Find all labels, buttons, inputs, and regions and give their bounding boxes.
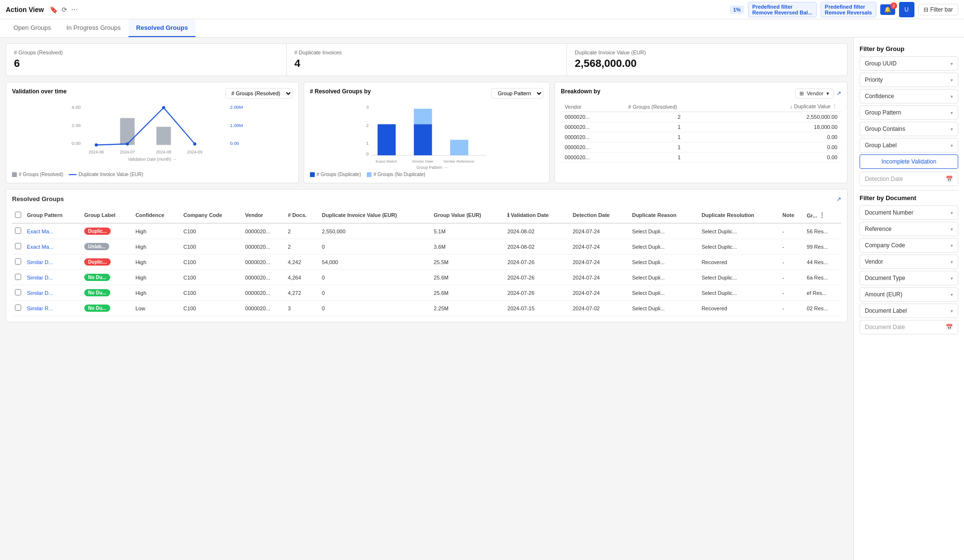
row-group-pattern[interactable]: Similar D... [24,270,81,285]
col-duplicate-reason[interactable]: Duplicate Reason [629,207,698,223]
document-date-calendar-icon: 📅 [946,324,953,331]
row-num-docs: 4,272 [285,285,319,301]
table-external-link-icon[interactable]: ↗ [836,196,841,203]
svg-text:2024-06: 2024-06 [89,150,104,154]
sidebar-doc-filter-reference[interactable]: Reference▾ [860,222,958,236]
col-group-pattern[interactable]: Group Pattern [24,207,81,223]
svg-point-11 [126,142,129,145]
row-checkbox[interactable] [12,255,24,270]
col-more-icon[interactable]: ⋮ [819,211,825,219]
row-group-pattern[interactable]: Similar R... [24,301,81,316]
row-group-uuid: 02 Res... [804,301,841,316]
row-group-label: No Du... [81,301,132,316]
legend-groups-duplicate: # Groups (Duplicate) [310,172,361,177]
predefined-filter-1[interactable]: Predefined filter Remove Reversed Bal... [748,2,817,17]
row-group-pattern[interactable]: Similar D... [24,255,81,270]
col-validation-date[interactable]: ℹ Validation Date [504,207,570,223]
legend-duplicate-value-label: Duplicate Invoice Value (EUR) [78,172,143,177]
sidebar-filter-groupContains[interactable]: Group Contains▾ [860,122,958,136]
breakdown-table-row: 0000020... 2 2,550,000.00 [561,112,841,122]
sort-icon[interactable]: ↓ [790,103,793,109]
sidebar-doc-filter-vendor[interactable]: Vendor▾ [860,255,958,269]
row-checkbox[interactable] [12,285,24,301]
row-group-label: Duplic... [81,223,132,239]
doc-filter-label-reference: Reference [865,226,891,232]
chevron-groupLabel: ▾ [951,143,953,148]
col-duplicate-invoice-value[interactable]: Duplicate Invoice Value (EUR) [319,207,431,223]
breakdown-value: 0.00 [734,132,841,142]
document-date-filter[interactable]: Document Date 📅 [860,320,958,334]
more-options-icon[interactable]: ⋮ [832,103,837,109]
col-note[interactable]: Note [780,207,804,223]
sidebar-doc-filter-documentType[interactable]: Document Type▾ [860,271,958,285]
predefined-filter-2[interactable]: Predefined filter Remove Reversals [821,2,876,17]
col-group-uuid[interactable]: Gr... ⋮ [804,207,841,223]
svg-text:2024-07: 2024-07 [120,150,135,154]
row-group-value: 25.6M [431,270,504,285]
breakdown-value: 0.00 [734,142,841,153]
validation-chart-legend: # Groups (Resolved) Duplicate Invoice Va… [12,172,293,177]
breakdown-vendor-dropdown[interactable]: ⊞ Vendor ▾ [795,89,834,99]
svg-text:0: 0 [366,151,369,156]
row-duplicate-reason: Select Dupli... [629,239,698,255]
detection-date-filter[interactable]: Detection Date 📅 [860,172,958,186]
chevron-down-icon: ▾ [826,90,829,97]
tab-inprogress-groups[interactable]: In Progress Groups [59,19,129,37]
row-checkbox[interactable] [12,301,24,316]
row-group-pattern[interactable]: Exact Ma... [24,223,81,239]
sidebar-filter-confidence[interactable]: Confidence▾ [860,89,958,103]
validation-chart-dropdown[interactable]: # Groups (Resolved) [225,88,293,99]
breakdown-vendor: 0000020... [561,153,624,163]
breakdown-table-row: 0000020... 1 0.00 [561,153,841,163]
tab-open-groups[interactable]: Open Groups [6,19,59,37]
sidebar-filter-groupUUID[interactable]: Group UUID▾ [860,56,958,71]
sidebar-filter-priority[interactable]: Priority▾ [860,73,958,87]
notification-button[interactable]: 🔔 2 [880,4,895,15]
breakdown-groups: 2 [624,112,734,122]
more-icon[interactable]: ⋯ [71,6,78,13]
right-sidebar: Filter by Group Group UUID▾Priority▾Conf… [853,38,964,560]
col-duplicate-resolution[interactable]: Duplicate Resolution [699,207,780,223]
svg-point-13 [193,142,196,145]
breakdown-groups: 1 [624,142,734,153]
row-group-label: No Du... [81,270,132,285]
sidebar-doc-filter-documentLabel[interactable]: Document Label▾ [860,304,958,318]
select-all-header[interactable] [12,207,24,223]
section-header: Resolved Groups ↗ [12,195,841,203]
row-checkbox[interactable] [12,270,24,285]
col-company-code[interactable]: Company Code [180,207,242,223]
refresh-icon[interactable]: ⟳ [62,6,67,13]
legend-groups-duplicate-label: # Groups (Duplicate) [317,172,361,177]
incomplete-validation-button[interactable]: Incomplete Validation [860,154,958,169]
row-group-value: 3.6M [431,239,504,255]
row-group-pattern[interactable]: Exact Ma... [24,239,81,255]
filter-bar-button[interactable]: ⊟ Filter bar [918,4,958,15]
table-container: Group Pattern Group Label Confidence Com… [12,207,841,316]
row-vendor: 0000020... [242,223,285,239]
tab-resolved-groups[interactable]: Resolved Groups [129,19,196,37]
row-checkbox[interactable] [12,239,24,255]
resolved-groups-dropdown[interactable]: Group Pattern [491,88,543,99]
external-link-icon[interactable]: ↗ [836,90,841,97]
bookmark-icon[interactable]: 🔖 [50,6,58,13]
row-note: - [780,270,804,285]
col-confidence[interactable]: Confidence [132,207,180,223]
col-num-docs[interactable]: # Docs. [285,207,319,223]
col-vendor[interactable]: Vendor [242,207,285,223]
col-detection-date[interactable]: Detection Date [570,207,629,223]
row-company-code: C100 [180,255,242,270]
row-duplicate-resolution: Recovered [699,301,780,316]
sidebar-doc-filter-documentNumber[interactable]: Document Number▾ [860,205,958,220]
sidebar-doc-filter-amountEUR[interactable]: Amount (EUR)▾ [860,287,958,302]
user-avatar[interactable]: U [899,2,914,17]
col-group-label[interactable]: Group Label [81,207,132,223]
svg-rect-26 [414,124,432,155]
row-group-pattern[interactable]: Similar D... [24,285,81,301]
col-group-value[interactable]: Group Value (EUR) [431,207,504,223]
sidebar-filter-groupLabel[interactable]: Group Label▾ [860,138,958,153]
sidebar-filter-groupPattern[interactable]: Group Pattern▾ [860,105,958,120]
sidebar-doc-filter-companyCode[interactable]: Company Code▾ [860,238,958,253]
row-detection-date: 2024-07-24 [570,239,629,255]
row-checkbox[interactable] [12,223,24,239]
row-group-uuid: 56 Res... [804,223,841,239]
